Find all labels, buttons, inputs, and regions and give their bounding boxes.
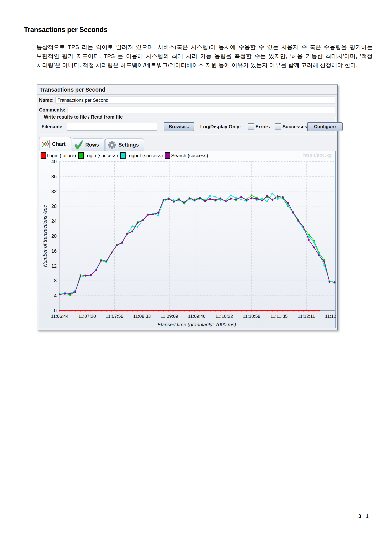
data-point xyxy=(308,310,310,312)
legend-swatch xyxy=(165,152,170,159)
legend-label: Logout (success) xyxy=(126,153,163,158)
legend-label: Search (success) xyxy=(171,153,208,158)
data-point xyxy=(277,198,278,200)
check-icon xyxy=(74,140,84,150)
filename-label: Filename xyxy=(42,124,62,130)
page-number: 3 1 xyxy=(358,513,370,519)
filename-row: Filename Browse... Log/Display Only: Err… xyxy=(42,122,333,131)
name-input[interactable]: Transactions per Second xyxy=(56,96,335,103)
data-point xyxy=(100,260,102,262)
tab-label: Rows xyxy=(85,142,99,148)
data-point xyxy=(100,310,102,312)
data-point xyxy=(266,310,268,312)
tps-line-chart: 048121620242832364011:06:4411:07:2011:07… xyxy=(39,159,336,328)
data-point xyxy=(131,310,133,312)
chart-tab-content: Login (failure)Login (success)Logout (su… xyxy=(39,151,336,328)
data-point xyxy=(313,240,315,241)
legend-item: Login (success) xyxy=(78,152,118,159)
data-point xyxy=(59,310,61,312)
legend-label: Login (failure) xyxy=(47,153,76,158)
svg-text:32: 32 xyxy=(51,189,57,194)
body-paragraph: 통상적으로 TPS 라는 약어로 알려져 있으며, 서비스(혹은 시스템)이 동… xyxy=(36,43,373,70)
data-point xyxy=(106,260,107,262)
data-point xyxy=(214,199,216,201)
data-point xyxy=(189,197,191,199)
data-point xyxy=(137,226,139,228)
svg-text:20: 20 xyxy=(51,233,57,239)
successes-checkbox[interactable] xyxy=(275,123,281,130)
tab-settings[interactable]: Settings xyxy=(105,139,144,151)
data-point xyxy=(240,310,242,312)
successes-checkbox-label: Successes xyxy=(283,124,307,130)
series-line xyxy=(60,193,335,294)
data-point xyxy=(147,214,149,216)
data-point xyxy=(256,310,258,312)
data-point xyxy=(298,310,299,312)
data-point xyxy=(121,310,123,312)
tab-rows[interactable]: Rows xyxy=(71,139,105,151)
data-point xyxy=(137,222,139,224)
tab-label: Settings xyxy=(119,142,139,148)
data-point xyxy=(157,212,159,214)
data-point xyxy=(282,196,284,198)
data-point xyxy=(308,236,310,238)
data-point xyxy=(126,233,128,235)
data-point xyxy=(246,199,248,201)
data-point xyxy=(152,213,154,215)
data-point xyxy=(121,242,123,244)
svg-text:40: 40 xyxy=(51,159,57,164)
errors-checkbox-label: Errors xyxy=(256,124,270,130)
write-results-groupbox: Write results to file / Read from file F… xyxy=(39,117,335,134)
data-point xyxy=(261,200,263,202)
comments-input[interactable] xyxy=(67,107,335,113)
errors-checkbox[interactable] xyxy=(248,123,254,130)
data-point xyxy=(189,310,191,312)
data-point xyxy=(80,310,82,312)
data-point xyxy=(318,254,320,256)
svg-text:Elapsed time (granularity: 700: Elapsed time (granularity: 7000 ms) xyxy=(157,322,236,327)
series-line xyxy=(60,195,335,295)
data-point xyxy=(183,310,185,312)
legend-item: Logout (success) xyxy=(120,152,163,159)
chart-legend: Login (failure)Login (success)Logout (su… xyxy=(41,152,210,159)
data-point xyxy=(74,310,76,312)
data-point xyxy=(271,310,273,312)
data-point xyxy=(313,246,315,248)
data-point xyxy=(318,310,320,312)
data-point xyxy=(59,294,61,296)
data-point xyxy=(90,310,92,312)
browse-button[interactable]: Browse... xyxy=(164,122,194,131)
data-point xyxy=(116,310,118,312)
data-point xyxy=(178,199,180,201)
data-point xyxy=(168,198,170,200)
configure-button[interactable]: Configure xyxy=(307,122,343,131)
data-point xyxy=(85,310,87,312)
data-point xyxy=(266,200,268,202)
svg-text:11:10:58: 11:10:58 xyxy=(243,314,261,319)
svg-text:11:11:35: 11:11:35 xyxy=(271,314,288,319)
svg-text:24: 24 xyxy=(51,219,57,224)
data-point xyxy=(292,310,294,312)
data-point xyxy=(209,198,211,200)
svg-text:Number of transactions /sec: Number of transactions /sec xyxy=(42,205,48,267)
data-point xyxy=(183,202,185,204)
svg-text:11:09:09: 11:09:09 xyxy=(161,314,178,319)
data-point xyxy=(85,275,87,277)
svg-text:11:10:22: 11:10:22 xyxy=(215,314,233,319)
data-point xyxy=(131,226,133,227)
data-point xyxy=(126,310,128,312)
data-point xyxy=(261,197,263,199)
svg-text:4: 4 xyxy=(54,293,57,298)
data-point xyxy=(256,198,258,200)
data-point xyxy=(298,220,299,222)
data-point xyxy=(194,199,196,201)
tab-chart[interactable]: Chart xyxy=(39,137,71,151)
chart-icon xyxy=(41,140,50,148)
data-point xyxy=(240,199,242,201)
tab-label: Chart xyxy=(52,141,66,147)
svg-text:16: 16 xyxy=(51,248,57,254)
data-point xyxy=(313,310,315,312)
data-point xyxy=(334,281,336,283)
data-point xyxy=(225,200,227,202)
filename-input[interactable] xyxy=(67,123,157,131)
